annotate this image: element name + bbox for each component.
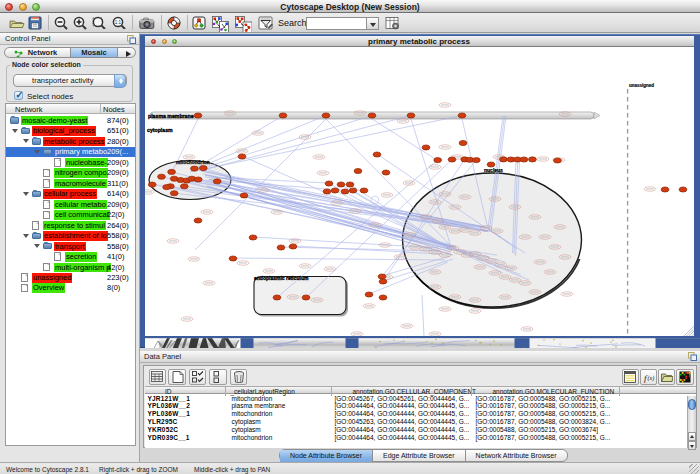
svg-text:(x): (x) — [648, 375, 655, 382]
svg-text:1:1: 1:1 — [115, 20, 122, 25]
svg-text:endoplasmic reticulum: endoplasmic reticulum — [254, 275, 309, 281]
svg-text:nucleus: nucleus — [484, 167, 503, 173]
svg-text:unassigned: unassigned — [629, 83, 654, 88]
svg-text:plasma membrane: plasma membrane — [148, 113, 194, 119]
svg-text:cytoplasm: cytoplasm — [147, 127, 173, 133]
svg-text:mitochondrion: mitochondrion — [176, 160, 210, 165]
